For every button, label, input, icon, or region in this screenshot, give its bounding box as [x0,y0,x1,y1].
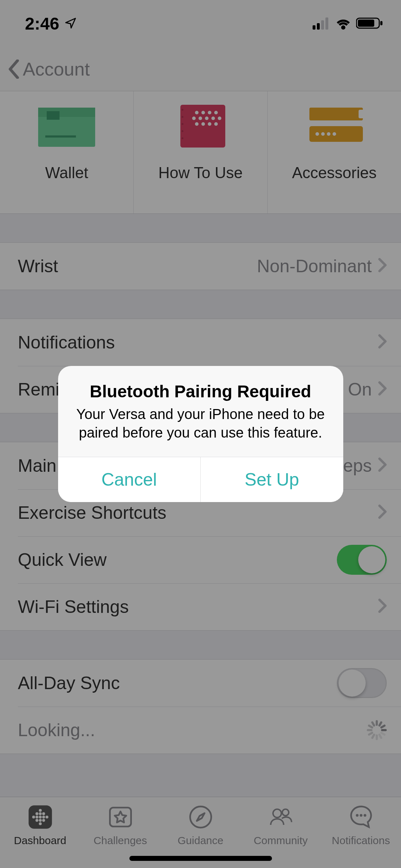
cancel-button[interactable]: Cancel [58,457,201,502]
modal-overlay: Bluetooth Pairing Required Your Versa an… [0,0,401,868]
set-up-button[interactable]: Set Up [200,457,343,502]
alert-title: Bluetooth Pairing Required [75,382,326,401]
alert-dialog: Bluetooth Pairing Required Your Versa an… [58,366,343,502]
alert-message: Your Versa and your iPhone need to be pa… [75,405,326,442]
